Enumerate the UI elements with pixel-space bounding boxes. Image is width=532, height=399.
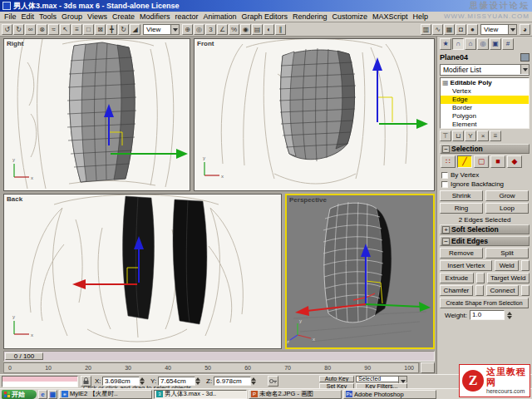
menu-item[interactable]: Rendering bbox=[290, 12, 330, 21]
viewport-back[interactable]: Back bbox=[3, 194, 282, 349]
configure-modifier-sets-button[interactable]: ≡ bbox=[490, 131, 501, 141]
track-bar-end-button[interactable] bbox=[421, 362, 435, 373]
mirror-icon[interactable]: ◐ bbox=[264, 24, 274, 35]
stack-root-row[interactable]: ▦Editable Poly bbox=[441, 78, 529, 87]
window-crossing-icon[interactable]: ⊠ bbox=[95, 24, 106, 35]
menu-item[interactable]: File bbox=[2, 12, 19, 21]
track-bar[interactable]: 0102030405060708090100 bbox=[3, 362, 419, 373]
polygon-subobject-button[interactable]: ■ bbox=[490, 155, 505, 168]
taskbar-task-button[interactable]: e MyIE2 【火星时.. bbox=[59, 390, 152, 399]
ring-button[interactable]: Ring bbox=[440, 203, 483, 214]
snap-toggle-icon[interactable]: 3 bbox=[205, 24, 216, 35]
modifier-list-dropdown[interactable]: Modifier List bbox=[440, 64, 530, 76]
quicklaunch-browser-icon[interactable]: e bbox=[38, 390, 47, 399]
weld-settings-button[interactable] bbox=[521, 260, 530, 271]
by-vertex-checkbox[interactable] bbox=[441, 172, 448, 179]
select-manipulate-icon[interactable]: ◎ bbox=[194, 24, 204, 35]
pin-stack-button[interactable]: ⊤ bbox=[440, 131, 451, 141]
time-slider-track[interactable]: 0 / 100 bbox=[3, 351, 435, 362]
stack-subobject-row[interactable]: Vertex bbox=[441, 87, 529, 96]
menu-item[interactable]: MAXScript bbox=[370, 12, 411, 21]
align-icon[interactable]: ∥ bbox=[275, 24, 286, 35]
layer-manager-icon[interactable]: ▥ bbox=[421, 24, 431, 35]
loop-button[interactable]: Loop bbox=[485, 203, 529, 214]
viewport-back-canvas[interactable]: xy bbox=[4, 195, 281, 348]
select-link-icon[interactable]: ∞ bbox=[25, 24, 36, 35]
collapse-icon[interactable]: − bbox=[442, 145, 450, 153]
viewport-right-canvas[interactable]: xy bbox=[4, 39, 190, 190]
border-subobject-button[interactable]: ▢ bbox=[474, 155, 489, 168]
time-slider-handle[interactable]: 0 / 100 bbox=[5, 352, 43, 360]
hierarchy-tab[interactable]: ⌂ bbox=[465, 38, 476, 50]
curve-editor-icon[interactable]: ∿ bbox=[432, 24, 443, 35]
connect-settings-button[interactable] bbox=[521, 285, 530, 296]
viewport-front-canvas[interactable]: xy bbox=[195, 39, 434, 190]
auto-key-button[interactable]: Auto Key bbox=[319, 376, 354, 382]
z-coord-spinner[interactable] bbox=[251, 377, 257, 385]
vertex-subobject-button[interactable]: ∷ bbox=[441, 155, 456, 168]
show-end-result-button[interactable]: ⊔ bbox=[452, 131, 464, 141]
viewport-perspective-canvas[interactable]: xyz bbox=[287, 195, 433, 347]
chamfer-button[interactable]: Chamfer bbox=[440, 285, 473, 296]
taskbar-task-button[interactable]: P 未命名2.JPG - 画图 bbox=[249, 390, 342, 399]
menu-item[interactable]: Help bbox=[411, 12, 431, 21]
quicklaunch-desktop-icon[interactable]: ▦ bbox=[48, 390, 57, 399]
stack-subobject-row[interactable]: Polygon bbox=[441, 112, 529, 121]
render-scene-icon[interactable]: ● bbox=[467, 24, 478, 35]
taskbar-task-button[interactable]: 3 男人体3.max - 3d.. bbox=[154, 390, 247, 399]
move-gizmo[interactable] bbox=[372, 57, 428, 129]
viewport-front-label[interactable]: Front bbox=[197, 40, 214, 47]
utilities-tab[interactable]: # bbox=[502, 38, 514, 50]
undo-icon[interactable]: ↺ bbox=[2, 24, 12, 35]
expand-icon[interactable]: + bbox=[442, 226, 450, 234]
target-weld-button[interactable]: Target Weld bbox=[487, 273, 530, 283]
viewport-right-label[interactable]: Right bbox=[7, 40, 23, 47]
select-move-icon[interactable]: ╋ bbox=[106, 24, 117, 35]
soft-selection-rollout-header[interactable]: + Soft Selection bbox=[440, 224, 530, 234]
percent-snap-icon[interactable]: % bbox=[229, 24, 239, 35]
named-selection-sets-icon[interactable]: ▤ bbox=[252, 24, 263, 35]
ignore-backfacing-checkbox[interactable] bbox=[441, 181, 448, 188]
edit-edges-rollout-header[interactable]: − Edit Edges bbox=[440, 236, 530, 246]
display-tab[interactable]: ▣ bbox=[490, 38, 501, 50]
stack-subobject-row[interactable]: Border bbox=[441, 104, 529, 112]
weight-field[interactable]: 1.0 bbox=[470, 310, 505, 320]
select-scale-icon[interactable]: ◢ bbox=[130, 24, 140, 35]
menu-item[interactable]: Graph Editors bbox=[239, 12, 291, 21]
use-pivot-center-icon[interactable]: ⊕ bbox=[182, 24, 193, 35]
menu-item[interactable]: Views bbox=[85, 12, 110, 21]
edge-subobject-button[interactable]: ╱ bbox=[457, 155, 472, 168]
angle-snap-icon[interactable]: ∠ bbox=[217, 24, 228, 35]
object-name-field[interactable]: Plane04 bbox=[440, 53, 468, 62]
rect-region-icon[interactable]: □ bbox=[83, 24, 94, 35]
remove-modifier-button[interactable]: × bbox=[477, 131, 489, 141]
menu-item[interactable]: Edit bbox=[19, 12, 37, 21]
weight-spinner[interactable] bbox=[507, 312, 513, 319]
remove-button[interactable]: Remove bbox=[440, 248, 483, 259]
bind-spacewarp-icon[interactable]: ≈ bbox=[48, 24, 59, 35]
select-object-icon[interactable]: ↖ bbox=[60, 24, 71, 35]
redo-icon[interactable]: ↻ bbox=[13, 24, 24, 35]
viewport-right[interactable]: Right bbox=[3, 38, 190, 191]
create-tab[interactable]: ★ bbox=[440, 38, 451, 50]
menu-item[interactable]: Group bbox=[59, 12, 85, 21]
reference-coord-dropdown[interactable]: View bbox=[143, 24, 180, 35]
split-button[interactable]: Split bbox=[485, 248, 529, 259]
spinner-snap-icon[interactable]: ◉ bbox=[240, 24, 251, 35]
selection-rollout-header[interactable]: − Selection bbox=[440, 144, 530, 154]
schematic-view-icon[interactable]: ▦ bbox=[444, 24, 455, 35]
mesh-model-backfacing[interactable] bbox=[123, 196, 207, 324]
motion-tab[interactable]: ◎ bbox=[477, 38, 489, 50]
create-shape-button[interactable]: Create Shape From Selection bbox=[440, 298, 529, 308]
mesh-model[interactable] bbox=[279, 48, 356, 161]
select-rotate-icon[interactable]: ↻ bbox=[118, 24, 129, 35]
object-color-swatch[interactable] bbox=[520, 53, 530, 62]
menu-item[interactable]: Modifiers bbox=[137, 12, 173, 21]
shrink-button[interactable]: Shrink bbox=[440, 190, 483, 201]
menu-item[interactable]: Create bbox=[110, 12, 137, 21]
maxscript-mini-listener[interactable] bbox=[2, 376, 78, 387]
viewport-perspective-label[interactable]: Perspective bbox=[289, 196, 327, 204]
render-type-dropdown[interactable]: View bbox=[480, 24, 517, 35]
collapse-icon[interactable]: − bbox=[442, 238, 450, 245]
title-bar[interactable]: 男人体3.max - 3ds max 6 - Stand-alone Licen… bbox=[0, 0, 532, 12]
